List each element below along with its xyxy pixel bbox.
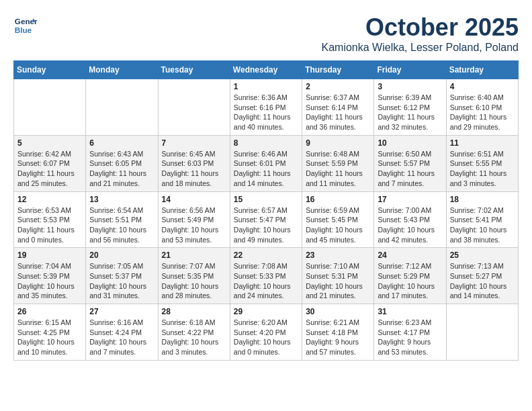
calendar-cell: 11Sunrise: 6:51 AM Sunset: 5:55 PM Dayli…	[446, 135, 518, 191]
day-info: Sunrise: 6:50 AM Sunset: 5:57 PM Dayligh…	[378, 149, 442, 189]
day-number: 8	[234, 138, 298, 148]
day-info: Sunrise: 6:54 AM Sunset: 5:51 PM Dayligh…	[89, 205, 154, 245]
page-header: General Blue October 2025 Kamionka Wielk…	[13, 13, 519, 54]
day-number: 5	[17, 138, 82, 148]
column-header-monday: Monday	[86, 61, 158, 79]
day-info: Sunrise: 6:18 AM Sunset: 4:22 PM Dayligh…	[162, 318, 226, 357]
day-number: 28	[162, 307, 226, 316]
day-number: 25	[450, 250, 515, 260]
day-info: Sunrise: 6:48 AM Sunset: 5:59 PM Dayligh…	[306, 149, 370, 189]
calendar-cell: 31Sunrise: 6:23 AM Sunset: 4:17 PM Dayli…	[374, 304, 446, 361]
calendar-cell: 5Sunrise: 6:42 AM Sunset: 6:07 PM Daylig…	[14, 135, 86, 191]
calendar-cell: 10Sunrise: 6:50 AM Sunset: 5:57 PM Dayli…	[374, 135, 446, 191]
day-info: Sunrise: 6:51 AM Sunset: 5:55 PM Dayligh…	[450, 149, 515, 189]
column-header-thursday: Thursday	[302, 61, 374, 79]
svg-text:Blue: Blue	[15, 26, 32, 34]
day-number: 12	[17, 195, 82, 204]
calendar-cell: 8Sunrise: 6:46 AM Sunset: 6:01 PM Daylig…	[230, 135, 302, 191]
calendar-week-row: 19Sunrise: 7:04 AM Sunset: 5:39 PM Dayli…	[14, 248, 519, 304]
day-number: 29	[234, 307, 298, 316]
calendar-cell: 24Sunrise: 7:12 AM Sunset: 5:29 PM Dayli…	[374, 248, 446, 304]
day-info: Sunrise: 6:20 AM Sunset: 4:20 PM Dayligh…	[234, 318, 298, 357]
month-title: October 2025	[322, 13, 519, 42]
calendar-cell: 12Sunrise: 6:53 AM Sunset: 5:53 PM Dayli…	[14, 191, 86, 248]
day-number: 15	[234, 195, 298, 204]
day-number: 20	[89, 250, 154, 260]
day-info: Sunrise: 6:43 AM Sunset: 6:05 PM Dayligh…	[89, 149, 154, 189]
logo-icon: General Blue	[13, 13, 38, 38]
day-number: 6	[89, 138, 154, 148]
calendar-cell: 22Sunrise: 7:08 AM Sunset: 5:33 PM Dayli…	[230, 248, 302, 304]
calendar-cell: 16Sunrise: 6:59 AM Sunset: 5:45 PM Dayli…	[302, 191, 374, 248]
day-number: 19	[17, 250, 82, 260]
calendar-cell: 13Sunrise: 6:54 AM Sunset: 5:51 PM Dayli…	[86, 191, 158, 248]
day-number: 1	[234, 82, 298, 91]
day-number: 21	[162, 250, 226, 260]
day-number: 30	[306, 307, 370, 316]
day-info: Sunrise: 6:15 AM Sunset: 4:25 PM Dayligh…	[17, 318, 82, 357]
calendar-week-row: 1Sunrise: 6:36 AM Sunset: 6:16 PM Daylig…	[14, 79, 519, 136]
calendar-cell	[446, 304, 518, 361]
day-number: 27	[89, 307, 154, 316]
day-info: Sunrise: 6:37 AM Sunset: 6:14 PM Dayligh…	[306, 93, 370, 132]
day-number: 11	[450, 138, 515, 148]
calendar-cell: 2Sunrise: 6:37 AM Sunset: 6:14 PM Daylig…	[302, 79, 374, 136]
day-info: Sunrise: 7:02 AM Sunset: 5:41 PM Dayligh…	[450, 205, 515, 245]
day-number: 2	[306, 82, 370, 91]
day-number: 18	[450, 195, 515, 204]
day-number: 10	[378, 138, 442, 148]
day-info: Sunrise: 6:59 AM Sunset: 5:45 PM Dayligh…	[306, 205, 370, 245]
day-info: Sunrise: 6:56 AM Sunset: 5:49 PM Dayligh…	[162, 205, 226, 245]
calendar-cell: 4Sunrise: 6:40 AM Sunset: 6:10 PM Daylig…	[446, 79, 518, 136]
day-number: 9	[306, 138, 370, 148]
column-header-tuesday: Tuesday	[158, 61, 230, 79]
location-subtitle: Kamionka Wielka, Lesser Poland, Poland	[322, 42, 519, 54]
day-number: 4	[450, 82, 515, 91]
calendar-cell: 3Sunrise: 6:39 AM Sunset: 6:12 PM Daylig…	[374, 79, 446, 136]
calendar-cell: 21Sunrise: 7:07 AM Sunset: 5:35 PM Dayli…	[158, 248, 230, 304]
calendar-week-row: 12Sunrise: 6:53 AM Sunset: 5:53 PM Dayli…	[14, 191, 519, 248]
calendar-cell: 14Sunrise: 6:56 AM Sunset: 5:49 PM Dayli…	[158, 191, 230, 248]
calendar-cell: 7Sunrise: 6:45 AM Sunset: 6:03 PM Daylig…	[158, 135, 230, 191]
calendar-cell	[14, 79, 86, 136]
day-number: 17	[378, 195, 442, 204]
calendar-cell: 25Sunrise: 7:13 AM Sunset: 5:27 PM Dayli…	[446, 248, 518, 304]
calendar-cell: 15Sunrise: 6:57 AM Sunset: 5:47 PM Dayli…	[230, 191, 302, 248]
day-info: Sunrise: 7:00 AM Sunset: 5:43 PM Dayligh…	[378, 205, 442, 245]
day-number: 26	[17, 307, 82, 316]
day-info: Sunrise: 6:39 AM Sunset: 6:12 PM Dayligh…	[378, 93, 442, 132]
calendar-cell: 18Sunrise: 7:02 AM Sunset: 5:41 PM Dayli…	[446, 191, 518, 248]
column-header-saturday: Saturday	[446, 61, 518, 79]
calendar-week-row: 5Sunrise: 6:42 AM Sunset: 6:07 PM Daylig…	[14, 135, 519, 191]
day-info: Sunrise: 6:42 AM Sunset: 6:07 PM Dayligh…	[17, 149, 82, 189]
day-info: Sunrise: 6:23 AM Sunset: 4:17 PM Dayligh…	[378, 318, 442, 357]
calendar-table: SundayMondayTuesdayWednesdayThursdayFrid…	[13, 60, 519, 361]
column-header-wednesday: Wednesday	[230, 61, 302, 79]
day-number: 14	[162, 195, 226, 204]
column-header-sunday: Sunday	[14, 61, 86, 79]
title-block: October 2025 Kamionka Wielka, Lesser Pol…	[322, 13, 519, 54]
calendar-cell	[158, 79, 230, 136]
day-info: Sunrise: 6:45 AM Sunset: 6:03 PM Dayligh…	[162, 149, 226, 189]
day-number: 7	[162, 138, 226, 148]
day-info: Sunrise: 7:10 AM Sunset: 5:31 PM Dayligh…	[306, 261, 370, 301]
day-info: Sunrise: 7:13 AM Sunset: 5:27 PM Dayligh…	[450, 261, 515, 301]
day-number: 24	[378, 250, 442, 260]
day-number: 23	[306, 250, 370, 260]
day-info: Sunrise: 7:05 AM Sunset: 5:37 PM Dayligh…	[89, 261, 154, 301]
day-info: Sunrise: 6:36 AM Sunset: 6:16 PM Dayligh…	[234, 93, 298, 132]
day-info: Sunrise: 7:08 AM Sunset: 5:33 PM Dayligh…	[234, 261, 298, 301]
day-info: Sunrise: 7:12 AM Sunset: 5:29 PM Dayligh…	[378, 261, 442, 301]
logo: General Blue	[13, 13, 38, 38]
calendar-cell: 23Sunrise: 7:10 AM Sunset: 5:31 PM Dayli…	[302, 248, 374, 304]
day-info: Sunrise: 6:40 AM Sunset: 6:10 PM Dayligh…	[450, 93, 515, 132]
day-info: Sunrise: 6:16 AM Sunset: 4:24 PM Dayligh…	[89, 318, 154, 357]
day-info: Sunrise: 7:07 AM Sunset: 5:35 PM Dayligh…	[162, 261, 226, 301]
calendar-cell: 28Sunrise: 6:18 AM Sunset: 4:22 PM Dayli…	[158, 304, 230, 361]
calendar-cell: 1Sunrise: 6:36 AM Sunset: 6:16 PM Daylig…	[230, 79, 302, 136]
day-number: 31	[378, 307, 442, 316]
day-info: Sunrise: 6:21 AM Sunset: 4:18 PM Dayligh…	[306, 318, 370, 357]
day-number: 16	[306, 195, 370, 204]
calendar-cell: 9Sunrise: 6:48 AM Sunset: 5:59 PM Daylig…	[302, 135, 374, 191]
calendar-week-row: 26Sunrise: 6:15 AM Sunset: 4:25 PM Dayli…	[14, 304, 519, 361]
